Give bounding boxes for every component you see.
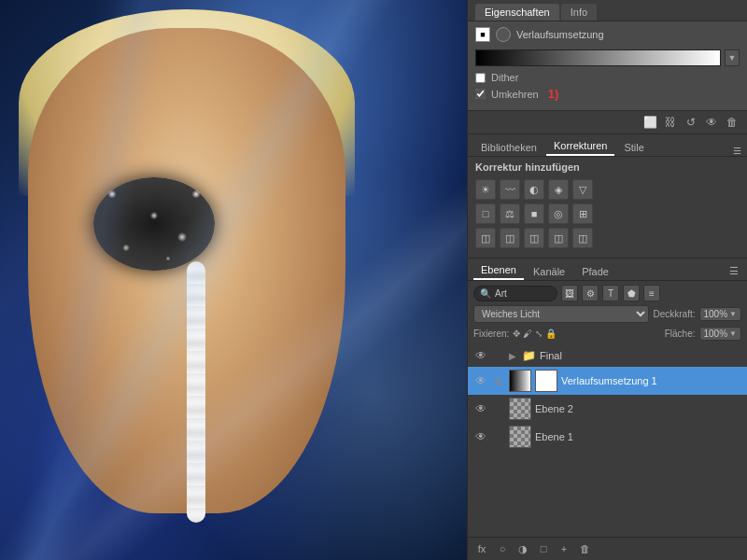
photo-light-streaks	[0, 0, 467, 560]
layer-controls: 🔍 🖼 ⚙ T ⬟ ≡ Weiches Licht Deckkraft: 100…	[468, 281, 747, 344]
korr-icon-row-1: ☀ 〰 ◐ ◈ ▽	[468, 177, 747, 202]
layer-thumb-gradient	[509, 370, 531, 392]
korr-bw-icon[interactable]: ⚖	[500, 203, 520, 224]
korr-gradient-map-icon[interactable]: ◫	[548, 228, 569, 248]
mask-icon[interactable]: ⬜	[642, 115, 657, 130]
delete-layer-btn[interactable]: 🗑	[576, 540, 593, 557]
korrekturen-panel: Bibliotheken Korrekturen Stile ☰ Korrekt…	[468, 134, 747, 259]
tab-korrekturen[interactable]: Korrekturen	[546, 137, 614, 156]
mask-btn[interactable]: ○	[494, 540, 511, 557]
tab-eigenschaften[interactable]: Eigenschaften	[475, 4, 559, 21]
layer-item-gradient[interactable]: 👁 ⛓ Verlaufsumsetzung 1	[468, 367, 747, 395]
layer-group-final[interactable]: 👁 ▶ 📁 Final	[468, 344, 747, 367]
layer-item-ebene2[interactable]: 👁 Ebene 2	[468, 395, 747, 423]
layer-search-input[interactable]	[495, 288, 546, 299]
fix-move-icon[interactable]: ✥	[513, 329, 520, 339]
korr-color-lookup-icon[interactable]: ⊞	[572, 203, 593, 224]
fix-brush-icon[interactable]: 🖌	[523, 329, 532, 339]
layers-bottom-toolbar: fx ○ ◑ □ + 🗑	[468, 537, 747, 560]
layer-filter-icon3[interactable]: T	[602, 285, 619, 301]
layer-mask-gradient	[535, 370, 557, 392]
tab-info[interactable]: Info	[561, 4, 597, 21]
fill-container[interactable]: 100% ▼	[699, 327, 742, 341]
right-panel: Eigenschaften Info ■ Verlaufsumsetzung ▼…	[467, 0, 747, 560]
gradient-dropdown-btn[interactable]: ▼	[725, 49, 740, 66]
properties-panel: ■ Verlaufsumsetzung ▼ Dither Umkehren 1)	[468, 21, 747, 111]
opacity-dropdown-icon: ▼	[729, 310, 737, 318]
layer-filter-icon1[interactable]: 🖼	[561, 285, 578, 301]
fix-icons: ✥ 🖌 ⤡ 🔒	[513, 329, 557, 339]
tab-ebenen[interactable]: Ebenen	[473, 261, 524, 280]
fill-label: Fläche:	[665, 329, 696, 339]
image-canvas[interactable]	[0, 0, 467, 560]
korr-photo-filter-icon[interactable]: ■	[524, 203, 544, 224]
tab-bibliotheken[interactable]: Bibliotheken	[473, 139, 544, 156]
umkehren-row: Umkehren 1)	[475, 87, 740, 101]
layers-tabs-left: Ebenen Kanäle Pfade	[473, 261, 616, 280]
layer-vis-ebene2[interactable]: 👁	[473, 401, 488, 416]
fix-lock-icon[interactable]: 🔒	[545, 329, 557, 339]
korr-color-balance-icon[interactable]: □	[475, 203, 496, 224]
layer-name-ebene1: Ebene 1	[535, 431, 741, 442]
layer-filter-icon4[interactable]: ⬟	[623, 285, 640, 301]
new-layer-btn[interactable]: +	[556, 540, 572, 557]
layer-name-gradient: Verlaufsumsetzung 1	[561, 375, 741, 386]
layer-circle-icon	[496, 27, 511, 42]
gradient-bar[interactable]	[475, 49, 721, 66]
korr-title: Korrektur hinzufügen	[468, 157, 747, 177]
group-btn[interactable]: □	[535, 540, 552, 557]
folder-icon-final: 📁	[522, 349, 536, 362]
refresh-icon[interactable]: ↺	[684, 115, 698, 130]
link-icon[interactable]: ⛓	[663, 115, 678, 130]
korr-vibrance-icon[interactable]: ◈	[548, 179, 569, 200]
layers-tabs: Ebenen Kanäle Pfade ☰	[468, 259, 747, 281]
layer-filter-icon2[interactable]: ⚙	[582, 285, 599, 301]
adjustment-btn[interactable]: ◑	[514, 540, 531, 557]
korr-curves-icon[interactable]: 〰	[500, 179, 520, 200]
layer-vis-final[interactable]: 👁	[473, 348, 488, 363]
search-icon: 🔍	[480, 288, 491, 299]
korr-icon-row-3: ◫ ◫ ◫ ◫ ◫	[468, 226, 747, 250]
layers-panel: Ebenen Kanäle Pfade ☰ 🔍 🖼 ⚙ T ⬟ ≡	[468, 259, 747, 560]
layer-search-box[interactable]: 🔍	[473, 286, 557, 301]
korr-tabs: Bibliotheken Korrekturen Stile ☰	[468, 134, 747, 157]
layer-vis-gradient[interactable]: 👁	[473, 373, 488, 388]
trash-icon[interactable]: 🗑	[725, 115, 740, 130]
tab-kanale[interactable]: Kanäle	[526, 263, 572, 280]
eye-icon[interactable]: 👁	[704, 115, 719, 130]
korrekturen-menu-btn[interactable]: ☰	[733, 146, 741, 156]
layer-expand-final[interactable]: ▶	[509, 351, 516, 361]
korr-exposure-icon[interactable]: ◐	[524, 179, 544, 200]
korr-brightness-icon[interactable]: ☀	[475, 179, 496, 200]
fx-btn[interactable]: fx	[473, 540, 490, 557]
korr-selective-color-icon[interactable]: ◫	[572, 228, 593, 248]
prop-header: ■ Verlaufsumsetzung	[475, 27, 740, 42]
layer-filter-icon5[interactable]: ≡	[643, 285, 660, 301]
layer-kind-row: 🔍 🖼 ⚙ T ⬟ ≡	[473, 285, 741, 301]
tab-stile[interactable]: Stile	[616, 139, 651, 156]
umkehren-label: Umkehren	[491, 89, 539, 100]
opacity-label: Deckkraft:	[653, 309, 695, 319]
layers-menu-btn[interactable]: ☰	[726, 262, 741, 280]
korr-hsl-icon[interactable]: ▽	[572, 179, 593, 200]
dither-label: Dither	[491, 72, 518, 83]
layer-thumb-ebene2	[509, 398, 531, 420]
layer-link-final	[492, 349, 505, 362]
dither-checkbox[interactable]	[475, 73, 486, 83]
properties-toolbar: ⬜ ⛓ ↺ 👁 🗑	[468, 111, 747, 134]
fix-transform-icon[interactable]: ⤡	[535, 329, 543, 339]
tab-pfade[interactable]: Pfade	[574, 263, 616, 280]
opacity-container[interactable]: 100% ▼	[699, 307, 742, 321]
korr-posterize-icon[interactable]: ◫	[500, 228, 520, 248]
korr-channel-mix-icon[interactable]: ◎	[548, 203, 569, 224]
layer-item-ebene1[interactable]: 👁 Ebene 1	[468, 423, 747, 451]
layer-type-icon: ■	[475, 27, 490, 42]
layer-vis-ebene1[interactable]: 👁	[473, 429, 488, 444]
umkehren-checkbox[interactable]	[475, 89, 486, 99]
korr-threshold-icon[interactable]: ◫	[524, 228, 544, 248]
layer-link-ebene2	[492, 402, 505, 415]
korr-invert-icon[interactable]: ◫	[475, 228, 496, 248]
korr-icon-row-2: □ ⚖ ■ ◎ ⊞	[468, 202, 747, 226]
blend-mode-select[interactable]: Weiches Licht	[473, 305, 649, 323]
gradient-bar-container: ▼	[475, 49, 740, 66]
